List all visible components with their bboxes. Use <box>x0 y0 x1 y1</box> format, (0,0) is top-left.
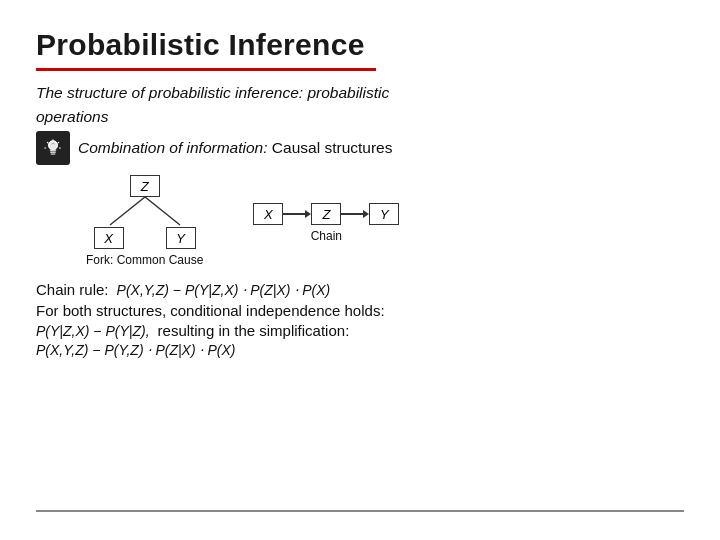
simplification-formula-line: P(X,Y,Z) − P(Y,Z) ⋅ P(Z|X) ⋅ P(X) <box>36 342 684 358</box>
chain-nodes: X Z Y <box>253 203 399 225</box>
slide: Probabilistic Inference The structure of… <box>0 0 720 540</box>
chain-label: Chain <box>311 229 342 243</box>
title-underline <box>36 68 376 71</box>
slide-title: Probabilistic Inference <box>36 28 684 62</box>
chain-rule-formula: P(X,Y,Z) − P(Y|Z,X) ⋅ P(Z|X) ⋅ P(X) <box>117 282 331 298</box>
fork-y-node: Y <box>166 227 196 249</box>
fork-diagram: Z X Y Fork: Common Cause <box>86 175 203 267</box>
combo-line: Combination of information: Causal struc… <box>36 131 684 165</box>
chain-diagram: X Z Y Chain <box>253 203 399 243</box>
fork-x-node: X <box>94 227 124 249</box>
resulting-line: P(Y|Z,X) − P(Y|Z), resulting in the simp… <box>36 322 684 339</box>
cond-indep-formula: P(Y|Z,X) − P(Y|Z), <box>36 323 150 339</box>
combo-normal: Causal structures <box>268 139 393 156</box>
bulb-svg <box>42 137 64 159</box>
both-structures-line: For both structures, conditional indepen… <box>36 302 684 319</box>
chain-y-node: Y <box>369 203 399 225</box>
resulting-text: resulting in the simplification: <box>158 322 350 339</box>
fork-z-node: Z <box>130 175 160 197</box>
fork-bottom: X Y <box>94 227 196 249</box>
bottom-divider <box>36 510 684 512</box>
math-section: Chain rule: P(X,Y,Z) − P(Y|Z,X) ⋅ P(Z|X)… <box>36 281 684 358</box>
subtitle-line2: operations <box>36 108 108 125</box>
combo-italic: Combination of information: <box>78 139 268 156</box>
svg-point-1 <box>49 142 56 149</box>
bulb-icon <box>36 131 70 165</box>
chain-x-node: X <box>253 203 283 225</box>
chain-rule-prefix: Chain rule: <box>36 281 109 298</box>
subtitle: The structure of probabilistic inference… <box>36 81 684 129</box>
fork-lines <box>90 197 200 227</box>
chain-z-node: Z <box>311 203 341 225</box>
chain-connector-2 <box>341 210 369 218</box>
diagram-area: Z X Y Fork: Common Cause X <box>86 175 684 267</box>
svg-line-3 <box>145 197 180 225</box>
fork-top: Z <box>130 175 160 197</box>
svg-line-2 <box>110 197 145 225</box>
both-structures-text: For both structures, conditional indepen… <box>36 302 385 319</box>
subtitle-line1: The structure of probabilistic inference… <box>36 84 389 101</box>
chain-rule-line: Chain rule: P(X,Y,Z) − P(Y|Z,X) ⋅ P(Z|X)… <box>36 281 684 298</box>
chain-line-2 <box>341 213 363 215</box>
chain-connector-1 <box>283 210 311 218</box>
fork-label: Fork: Common Cause <box>86 253 203 267</box>
chain-line-1 <box>283 213 305 215</box>
combo-text: Combination of information: Causal struc… <box>78 139 392 157</box>
